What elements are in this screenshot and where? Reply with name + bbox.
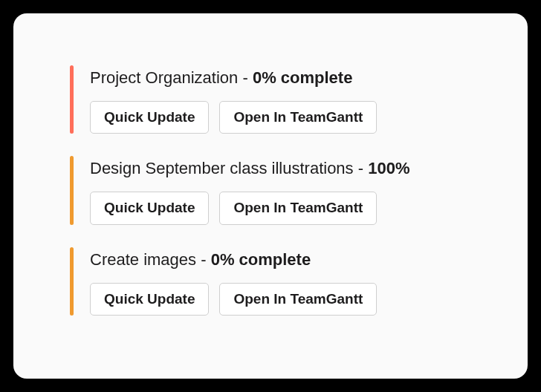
task-name: Project Organization: [90, 68, 238, 87]
open-in-teamgantt-button[interactable]: Open In TeamGantt: [219, 283, 377, 316]
task-separator: -: [196, 250, 211, 269]
task-title-line: Create images - 0% complete: [90, 249, 483, 271]
quick-update-button[interactable]: Quick Update: [90, 101, 209, 134]
button-row: Quick Update Open In TeamGantt: [90, 283, 483, 316]
quick-update-button[interactable]: Quick Update: [90, 283, 209, 316]
task-name: Create images: [90, 250, 196, 269]
open-in-teamgantt-button[interactable]: Open In TeamGantt: [219, 101, 377, 134]
task-name: Design September class illustrations: [90, 159, 354, 177]
task-content: Project Organization - 0% complete Quick…: [90, 65, 483, 134]
task-separator: -: [354, 159, 369, 177]
task-content: Create images - 0% complete Quick Update…: [90, 247, 483, 316]
task-title-line: Project Organization - 0% complete: [90, 67, 483, 89]
task-completion: 0% complete: [211, 250, 311, 269]
task-card: Project Organization - 0% complete Quick…: [13, 13, 528, 379]
task-item: Create images - 0% complete Quick Update…: [70, 247, 483, 316]
task-item: Project Organization - 0% complete Quick…: [70, 65, 483, 134]
quick-update-button[interactable]: Quick Update: [90, 192, 209, 225]
task-content: Design September class illustrations - 1…: [90, 156, 483, 224]
open-in-teamgantt-button[interactable]: Open In TeamGantt: [219, 192, 377, 225]
task-separator: -: [238, 68, 253, 87]
button-row: Quick Update Open In TeamGantt: [90, 101, 483, 134]
task-completion: 0% complete: [253, 68, 353, 87]
accent-bar: [70, 65, 74, 134]
accent-bar: [70, 247, 74, 316]
button-row: Quick Update Open In TeamGantt: [90, 192, 483, 225]
task-title-line: Design September class illustrations - 1…: [90, 157, 483, 180]
accent-bar: [70, 156, 74, 224]
task-item: Design September class illustrations - 1…: [70, 156, 483, 224]
task-completion: 100%: [368, 159, 409, 177]
